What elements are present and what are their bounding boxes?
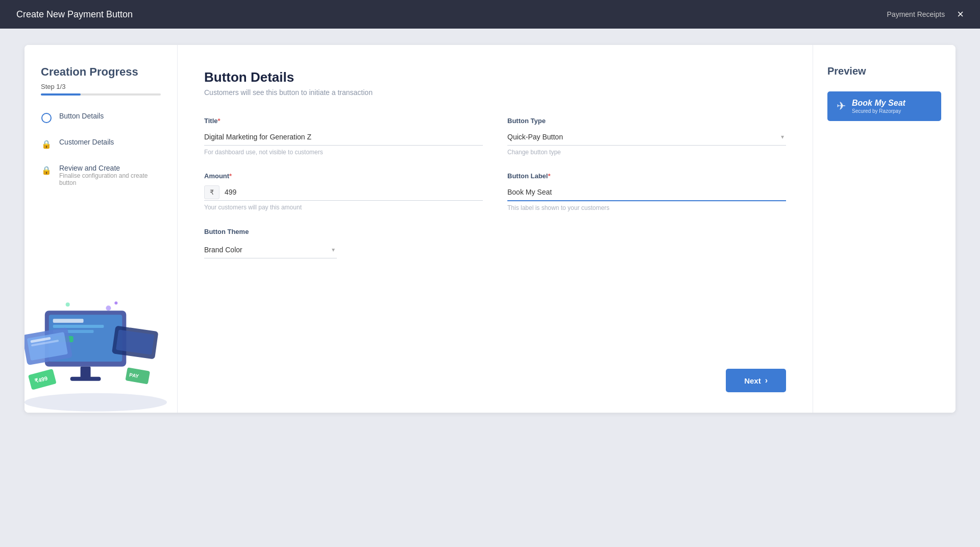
svg-point-0 [24,393,167,412]
step-text-review: Review and Create Finalise configuration… [59,164,161,186]
preview-button-label: Book My Seat [852,99,905,108]
preview-button-icon: ✈ [837,100,846,113]
svg-rect-8 [70,377,101,381]
button-label-label: Button Label* [507,172,786,180]
preview-title: Preview [827,65,941,77]
svg-point-20 [114,301,117,304]
step-label-customer-details: Customer Details [59,138,114,146]
preview-payment-button[interactable]: ✈ Book My Seat Secured by Razorpay [827,91,941,121]
form-group-theme: Button Theme Brand Color ▾ [204,228,337,258]
next-button[interactable]: Next › [726,369,786,392]
main-container: Creation Progress Step 1/3 Button Detail… [0,29,980,429]
svg-rect-4 [53,325,104,328]
button-type-label: Button Type [507,117,786,125]
next-button-label: Next [744,376,761,385]
step-icon-active [41,112,52,124]
title-hint: For dashboard use, not visible to custom… [204,149,483,156]
next-arrow-icon: › [765,376,768,385]
amount-label: Amount* [204,172,483,180]
button-label-input[interactable] [507,184,786,201]
step-icon-lock-2: 🔒 [41,164,52,176]
form-title: Button Details [204,69,786,85]
sidebar: Creation Progress Step 1/3 Button Detail… [24,45,178,413]
step-label-button-details: Button Details [59,112,104,120]
button-type-select[interactable]: Quick-Pay Button [507,129,786,145]
svg-point-21 [66,302,70,306]
preview-panel: Preview ✈ Book My Seat Secured by Razorp… [813,45,955,413]
lock-icon-2: 🔒 [41,165,52,175]
step-circle-active [41,113,52,123]
form-group-button-label: Button Label* This label is shown to you… [507,172,786,211]
step-sublabel-review: Finalise configuration and create button [59,172,161,186]
step-text-button-details: Button Details [59,112,104,120]
page-title: Create New Payment Button [16,9,133,20]
form-group-title: Title* For dashboard use, not visible to… [204,117,483,156]
sidebar-illustration: ₹499 PAY [24,270,177,413]
step-label-review: Review and Create [59,164,161,172]
form-subtitle: Customers will see this button to initia… [204,88,786,97]
theme-select-wrapper: Brand Color ▾ [204,242,337,258]
form-row-1: Title* For dashboard use, not visible to… [204,117,786,156]
amount-input-wrapper: ₹ [204,184,483,201]
svg-point-19 [106,305,111,311]
sidebar-title: Creation Progress [41,65,161,79]
header: Create New Payment Button Payment Receip… [0,0,980,29]
step-item-button-details[interactable]: Button Details [41,112,161,124]
payment-receipts-link[interactable]: Payment Receipts [887,10,945,18]
progress-bar [41,93,161,96]
preview-button-sub: Secured by Razorpay [852,108,905,114]
step-icon-lock-1: 🔒 [41,138,52,150]
card: Creation Progress Step 1/3 Button Detail… [24,45,955,413]
close-button[interactable]: × [957,8,964,21]
button-type-select-wrapper: Quick-Pay Button ▾ [507,129,786,146]
form-group-amount: Amount* ₹ Your customers will pay this a… [204,172,483,211]
theme-label: Button Theme [204,228,337,235]
form-footer: Next › [204,356,786,392]
step-item-customer-details: 🔒 Customer Details [41,138,161,150]
step-text-customer-details: Customer Details [59,138,114,146]
button-label-hint: This label is shown to your customers [507,204,786,211]
svg-rect-3 [53,319,84,323]
theme-select[interactable]: Brand Color [204,242,337,258]
form-area: Button Details Customers will see this b… [178,45,813,413]
progress-bar-fill [41,93,81,96]
currency-prefix: ₹ [204,185,219,199]
preview-button-text: Book My Seat Secured by Razorpay [852,99,905,114]
amount-input[interactable] [225,184,483,200]
form-row-2: Amount* ₹ Your customers will pay this a… [204,172,786,211]
sidebar-step: Step 1/3 [41,83,161,90]
step-item-review: 🔒 Review and Create Finalise configurati… [41,164,161,186]
form-group-button-type: Button Type Quick-Pay Button ▾ Change bu… [507,117,786,156]
header-actions: Payment Receipts × [887,8,964,21]
title-input[interactable] [204,129,483,146]
amount-hint: Your customers will pay this amount [204,204,483,211]
lock-icon-1: 🔒 [41,139,52,149]
title-label: Title* [204,117,483,125]
button-type-hint: Change button type [507,149,786,156]
